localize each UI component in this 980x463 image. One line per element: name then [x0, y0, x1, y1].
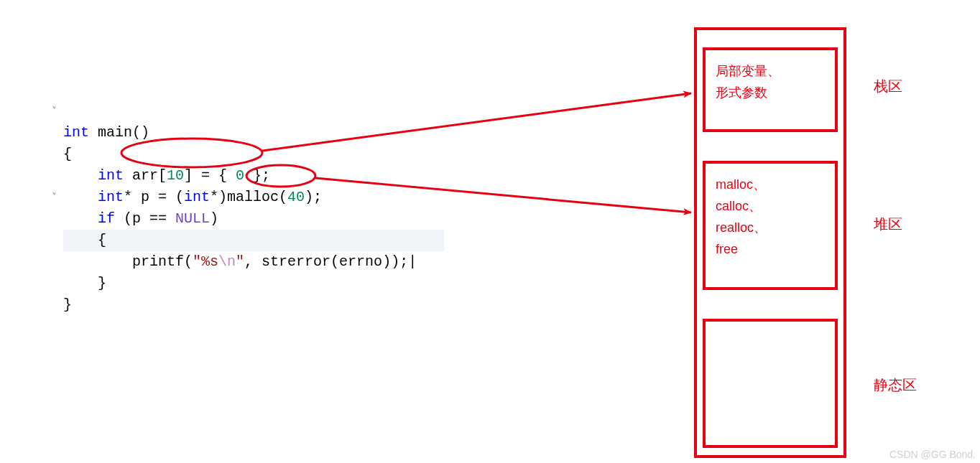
code-line: int arr[10] = { 0 };: [63, 167, 270, 184]
code-line: int* p = (int*)malloc(40);: [63, 189, 322, 205]
code-line: printf("%s\n", strerror(errno));|: [63, 253, 417, 270]
watermark: CSDN @GG Bond.: [889, 449, 976, 460]
heap-label: 堆区: [874, 215, 902, 233]
code-line: }: [63, 296, 72, 313]
static-label: 静态区: [874, 376, 917, 393]
fold-chevron-icon: ˅: [52, 105, 57, 116]
heap-box-text: malloc、 calloc、 realloc、 free: [716, 174, 828, 260]
fold-chevron-icon: ˅: [52, 191, 57, 202]
code-line: if (p == NULL): [63, 210, 218, 227]
keyword: int: [184, 189, 210, 205]
code-line: {: [63, 232, 106, 248]
heap-region-box: malloc、 calloc、 realloc、 free: [703, 161, 838, 290]
stack-label: 栈区: [874, 78, 902, 95]
keyword: int: [63, 124, 89, 141]
code-line: int main(): [63, 124, 149, 141]
code-block: int main() { int arr[10] = { 0 }; int* p…: [63, 100, 417, 316]
diagram-canvas: ˅ ˅ int main() { int arr[10] = { 0 }; in…: [0, 0, 980, 463]
keyword: int: [98, 189, 124, 205]
keyword: if: [98, 210, 115, 227]
stack-box-text: 局部变量、 形式参数: [716, 60, 828, 103]
code-line: {: [63, 146, 72, 162]
static-region-box: [703, 319, 838, 448]
keyword: int: [98, 167, 124, 184]
stack-region-box: 局部变量、 形式参数: [703, 47, 838, 132]
code-line: }: [63, 275, 106, 291]
